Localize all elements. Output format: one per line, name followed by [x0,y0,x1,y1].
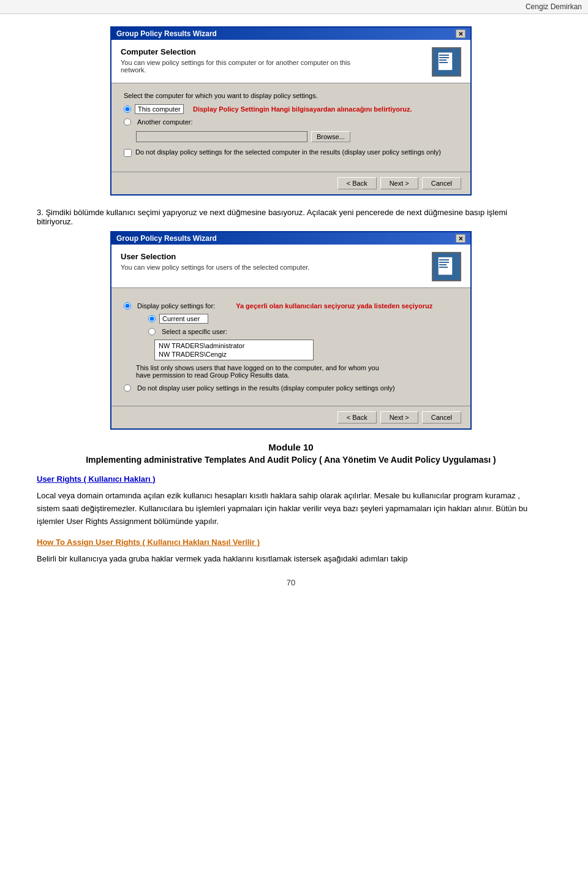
dialog1-body: Computer Selection You can view policy s… [111,40,470,194]
page-header: Cengiz Demirkan [0,0,588,14]
link-heading[interactable]: How To Assign User Rights ( Kullanıcı Ha… [37,538,545,547]
svg-rect-8 [439,264,447,265]
dialog1-next-button[interactable]: Next > [380,177,418,189]
dialog2-body: User Selection You can view policy setti… [111,245,470,428]
dialog1-checkbox-row: Do not display policy settings for the s… [124,148,458,157]
radio-this-computer-input[interactable] [124,105,131,113]
dialog-user-selection: Group Policy Results Wizard ✕ User Selec… [110,231,472,430]
dialog1-annotation: Display Policy Settingin Hangi bilgisaya… [193,105,412,113]
author-name: Cengiz Demirkan [526,2,582,11]
svg-rect-6 [439,259,449,260]
dialog1-footer: < Back Next > Cancel [111,172,470,194]
dialog2-inner: Display policy settings for: Ya geçerli … [111,288,470,406]
radio-current-user-input[interactable] [148,315,156,322]
page-number: 70 [37,578,545,587]
dialog2-radio-specific-user: Select a specific user: [148,327,458,336]
module-section: Module 10 Implementing administrative Te… [37,442,545,465]
svg-rect-4 [439,62,448,63]
dialog1-back-button[interactable]: < Back [337,177,377,189]
dialog2-back-button[interactable]: < Back [337,411,377,424]
dialog1-title: Group Policy Results Wizard [116,29,217,38]
dialog2-header-section: User Selection You can view policy setti… [111,245,470,288]
no-display-checkbox[interactable] [124,149,132,157]
svg-rect-2 [439,57,449,58]
dialog2-section-desc: You can view policy settings for users o… [121,264,309,271]
radio-no-user-label: Do not display user policy settings in t… [135,384,398,392]
dialog1-section-desc: You can view policy settings for this co… [121,59,366,74]
radio-another-computer-label: Another computer: [135,118,195,126]
svg-rect-7 [439,262,449,263]
dialog1-radio-another-computer: Another computer: [124,118,458,126]
dialog2-icon [432,252,461,281]
radio-display-label: Display policy settings for: [135,302,217,310]
dialog1-input-row: Browse... [136,131,458,142]
document-icon-2 [437,256,456,278]
dialog2-footer: < Back Next > Cancel [111,406,470,428]
computer-name-input[interactable] [136,131,307,142]
dialog2-annotation: Ya geçerli olan kullanıcıları seçiyoruz … [236,302,432,310]
dialog1-radio-group: This computer Display Policy Settingin H… [124,104,458,126]
dialog2-cancel-button[interactable]: Cancel [422,411,461,424]
svg-rect-9 [439,267,448,268]
dialog1-inner-label: Select the computer for which you want t… [124,92,458,99]
dialog1-icon [432,47,461,77]
paragraph2: Belirli bir kullanıcıya yada gruba hakla… [37,553,545,566]
dialog2-titlebar: Group Policy Results Wizard ✕ [111,232,470,245]
dialog1-section-title: Computer Selection [121,47,366,56]
radio-specific-user-label: Select a specific user: [159,327,230,336]
dialog2-close-button[interactable]: ✕ [456,234,466,243]
dialog2-header-text: User Selection You can view policy setti… [121,252,309,271]
dialog2-section-title: User Selection [121,252,309,261]
list-note: This list only shows users that have log… [136,364,381,379]
dialog1-titlebar: Group Policy Results Wizard ✕ [111,28,470,40]
svg-rect-3 [439,59,447,61]
dialog1-header-section: Computer Selection You can view policy s… [111,40,470,83]
dialog-computer-selection: Group Policy Results Wizard ✕ Computer S… [110,26,472,196]
radio-display-input[interactable] [124,302,131,310]
dialog1-header-text: Computer Selection You can view policy s… [121,47,366,74]
paragraph1: Local veya domain ortamında açılan ezik … [37,490,545,528]
module-number: Module 10 [37,442,545,452]
user-list: NW TRADERS\administrator NW TRADERS\Ceng… [154,340,314,360]
user-list-item-0[interactable]: NW TRADERS\administrator [156,341,312,350]
dialog2-title: Group Policy Results Wizard [116,234,217,243]
radio-specific-user-input[interactable] [148,328,156,335]
module-title: Implementing administrative Templates An… [37,455,545,465]
radio-another-computer-input[interactable] [124,118,131,126]
svg-rect-1 [439,55,449,56]
dialog1-inner: Select the computer for which you want t… [111,83,470,172]
radio-this-computer-label: This computer [135,104,184,114]
dialog2-radio-no-user: Do not display user policy settings in t… [124,384,458,392]
dialog2-radio-display: Display policy settings for: Ya geçerli … [124,302,458,310]
dialog1-radio-this-computer: This computer Display Policy Settingin H… [124,104,458,114]
dialog2-radio-group: Display policy settings for: Ya geçerli … [124,302,458,392]
dialog1-close-button[interactable]: ✕ [456,29,466,38]
main-content: Group Policy Results Wizard ✕ Computer S… [18,14,570,599]
document-icon [437,51,456,73]
radio-no-user-input[interactable] [124,384,131,392]
user-list-item-1[interactable]: NW TRADERS\Cengiz [156,350,312,359]
dialog1-cancel-button[interactable]: Cancel [422,177,461,189]
dialog2-indent-radio: Current user Select a specific user: NW … [136,314,458,379]
browse-button[interactable]: Browse... [311,131,350,142]
no-display-label: Do not display policy settings for the s… [135,148,441,156]
dialog2-radio-current-user: Current user [148,314,458,324]
step3-text: 3. Şimdiki bölümde kullanıcı seçimi yapı… [37,208,545,226]
dialog2-next-button[interactable]: Next > [380,411,418,424]
section-heading: User Rights ( Kullanıcı Hakları ) [37,474,545,484]
radio-current-user-label: Current user [159,314,208,324]
